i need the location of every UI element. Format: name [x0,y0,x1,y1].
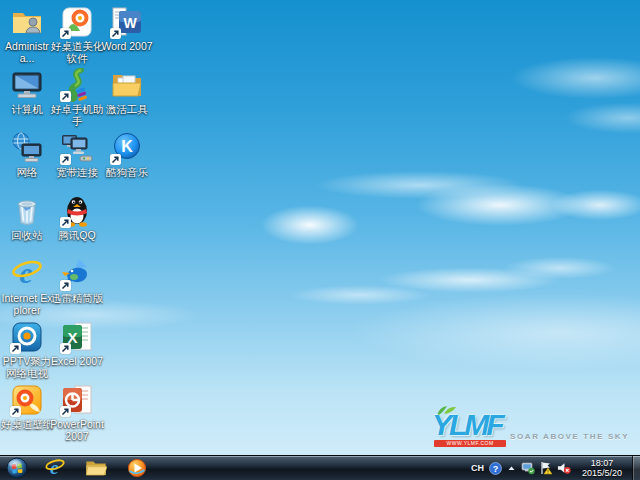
broadband-icon [60,131,94,165]
taskbar-pinned-items: e [43,457,149,479]
desktop-icon-broadband-connection[interactable]: 宽带连接 [51,131,103,178]
qq-icon [60,194,94,228]
excel-icon: X [60,320,94,354]
pptv-icon [10,320,44,354]
clock[interactable]: 18:07 2015/5/20 [578,458,626,478]
shortcut-arrow-icon [60,91,71,102]
shortcut-arrow-icon [10,406,21,417]
shortcut-arrow-icon [60,280,71,291]
desktop-icon-powerpoint-2007[interactable]: PowerPoint 2007 [51,383,103,442]
desktop-icon-computer[interactable]: 计算机 [1,68,53,115]
ppt-icon [60,383,94,417]
desktop-icon-tencent-qq[interactable]: 腾讯QQ [51,194,103,241]
desktop-icon-activation-tools[interactable]: 激活工具 [101,68,153,115]
icon-label: 宽带连接 [49,166,105,178]
clock-date: 2015/5/20 [582,468,622,478]
start-button[interactable] [5,456,29,480]
taskbar-item-internet-explorer[interactable]: e [43,457,67,479]
shortcut-arrow-icon [110,154,121,165]
desktop-icon-excel-2007[interactable]: XExcel 2007 [51,320,103,367]
svg-text:!: ! [547,469,549,475]
icon-label: 腾讯QQ [49,229,105,241]
taskbar-item-windows-media-player[interactable] [125,457,149,479]
flower-icon [60,5,94,39]
desktop-icon-haozhuodao-beautify[interactable]: 好桌道美化软件 [51,5,103,64]
svg-text:W: W [123,15,137,31]
show-hidden-icons-button[interactable] [507,460,517,476]
shortcut-arrow-icon [60,154,71,165]
recycle-icon [10,194,44,228]
network-status-icon[interactable] [521,460,535,476]
icon-label: 好桌道壁纸 [0,418,55,430]
svg-text:?: ? [493,463,499,473]
ie-icon: e [10,257,44,291]
desktop-icon-haozhuo-phone-assistant[interactable]: 好卓手机助手 [51,68,103,127]
ylmf-slogan: SOAR ABOVE THE SKY [510,432,629,441]
icon-label: PPTV聚力 网络电视 [0,355,55,379]
icon-label: 好桌道美化软件 [49,40,105,64]
ylmf-watermark: YLMF WWW.YLMF.COM SOAR ABOVE THE SKY [432,412,622,452]
taskbar: e CH ? [0,455,640,480]
icon-label: Internet Explorer [0,292,55,316]
system-tray: CH ? ! [470,456,640,480]
desktop-icon-recycle-bin[interactable]: 回收站 [1,194,53,241]
ylmf-logo-text: YLMF [432,410,502,440]
icon-label: 好卓手机助手 [49,103,105,127]
icon-label: 激活工具 [99,103,155,115]
taskbar-item-windows-explorer[interactable] [84,457,108,479]
network-icon [10,131,44,165]
icon-label: 计算机 [0,103,55,115]
icon-label: 网络 [0,166,55,178]
word-icon: W [110,5,144,39]
windows-logo-icon [6,457,28,479]
folder-files-icon [110,68,144,102]
icon-label: PowerPoint 2007 [49,418,105,442]
clock-time: 18:07 [582,458,622,468]
shortcut-arrow-icon [60,406,71,417]
xunlei-icon [60,257,94,291]
shortcut-arrow-icon [110,28,121,39]
volume-muted-icon[interactable] [557,460,571,476]
ribbon-icon [60,68,94,102]
desktop-icon-pptv[interactable]: PPTV聚力 网络电视 [1,320,53,379]
desktop-icon-xunlei-lite[interactable]: 迅雷精简版 [51,257,103,304]
icon-label: 迅雷精简版 [49,292,105,304]
icon-label: Administra... [0,40,55,64]
desktop-icon-administrator[interactable]: Administra... [1,5,53,64]
shortcut-arrow-icon [10,343,21,354]
desktop-icon-network[interactable]: 网络 [1,131,53,178]
flower2-icon [10,383,44,417]
ylmf-url: WWW.YLMF.COM [434,440,506,447]
shortcut-arrow-icon [60,217,71,228]
icon-label: Word 2007 [99,40,155,52]
desktop-icon-kugou-music[interactable]: K酷狗音乐 [101,131,153,178]
desktop-icon-internet-explorer[interactable]: eInternet Explorer [1,257,53,316]
icon-label: 酷狗音乐 [99,166,155,178]
desktop-icon-haozhuodao-wallpaper[interactable]: 好桌道壁纸 [1,383,53,430]
icon-label: 回收站 [0,229,55,241]
icon-label: Excel 2007 [49,355,105,367]
windows7-desktop: Administra...好桌道美化软件WWord 2007计算机好卓手机助手激… [0,0,640,480]
folder-user-icon [10,5,44,39]
kugou-icon: K [110,131,144,165]
action-center-flag-icon[interactable]: ! [539,460,553,476]
show-desktop-button[interactable] [632,456,640,480]
language-indicator[interactable]: CH [470,463,485,473]
computer-icon [10,68,44,102]
desktop-icon-word-2007[interactable]: WWord 2007 [101,5,153,52]
shortcut-arrow-icon [60,28,71,39]
ime-help-icon[interactable]: ? [489,460,503,476]
shortcut-arrow-icon [60,343,71,354]
svg-text:K: K [121,138,133,155]
